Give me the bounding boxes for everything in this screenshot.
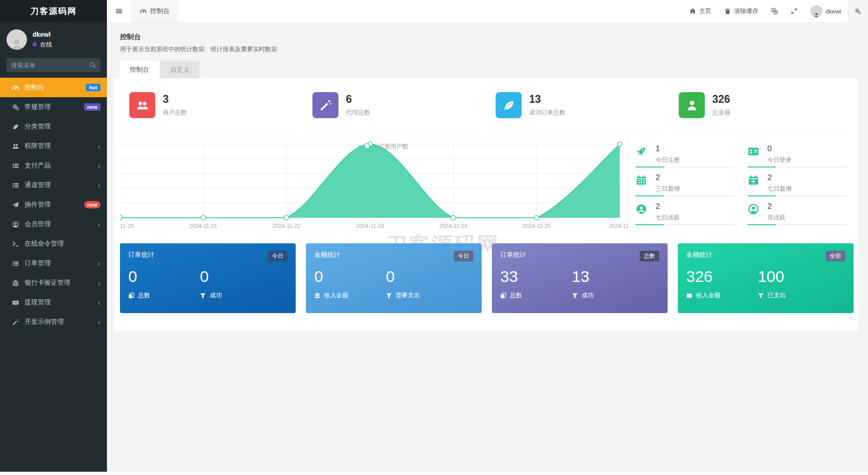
sidebar-item-general[interactable]: 常规管理 new: [0, 97, 107, 117]
sidebar-item-withdraw[interactable]: VISA 提现管理: [0, 293, 107, 312]
sidebar-item-bankcard[interactable]: 银行卡验证管理: [0, 273, 107, 293]
avatar[interactable]: [7, 29, 27, 50]
stat-success-orders: 13 成功订单总数: [489, 92, 661, 131]
stat-agents: 6 代理总数: [306, 92, 478, 131]
calendar-icon: [636, 174, 649, 196]
leaf-icon: [11, 123, 20, 130]
sidebar-item-label: 开发示例管理: [25, 318, 64, 326]
search-icon[interactable]: [90, 62, 96, 68]
hamburger-menu-icon[interactable]: [107, 7, 131, 15]
svg-text:2024-11-: 2024-11-: [609, 223, 628, 229]
image-icon: [686, 293, 692, 299]
copy-icon: [128, 293, 134, 299]
list-icon: [11, 182, 20, 189]
card-order-today: 订单统计 今日 0 0 总数 成功: [120, 243, 296, 313]
stats-row: 3 商户总数 6 代理总数 13 成功订单总数: [114, 78, 858, 131]
sidebar-item-auth[interactable]: 权限管理: [0, 136, 107, 156]
new-badge: new: [84, 201, 100, 208]
sidebar-item-label: 常规管理: [25, 103, 51, 111]
sidebar-item-label: 会员管理: [25, 220, 51, 228]
summary-cards: 订单统计 今日 0 0 总数 成功 金额统计 今日 0: [120, 243, 854, 313]
funnel-icon: [386, 293, 392, 299]
settings-button[interactable]: [848, 0, 868, 22]
svg-text:2024-11-21: 2024-11-21: [189, 223, 218, 229]
search-input[interactable]: [7, 58, 100, 72]
navbar-username: dkewl: [826, 8, 841, 15]
calendar-plus-icon: [748, 174, 762, 196]
sidebar-item-dashboard[interactable]: 控制台 hot: [0, 78, 107, 97]
home-icon: [689, 8, 696, 14]
card-value: 0: [386, 268, 457, 286]
fullscreen-button[interactable]: [784, 0, 804, 22]
sidebar-item-label: 订单管理: [25, 259, 51, 268]
card-amount-today: 金额统计 今日 0 0 收入金额 需要支出: [306, 243, 482, 313]
person-icon: [9, 37, 24, 50]
trash-icon: [724, 8, 731, 14]
visa-card-icon: VISA: [11, 299, 20, 306]
sidebar-item-pay-product[interactable]: 支付产品: [0, 156, 107, 175]
person-icon: [679, 92, 705, 118]
sidebar-item-command[interactable]: 在线命令管理: [0, 234, 107, 254]
stat-merchants: 3 商户总数: [123, 92, 295, 131]
mini-stat-month-active: 2 月活跃: [748, 196, 849, 225]
sidebar-menu: 控制台 hot 常规管理 new 分类管理 权限管理 支付产品 通道管理: [0, 78, 107, 332]
card-badge: 总数: [640, 251, 659, 261]
users-icon: [11, 143, 20, 150]
sidebar-item-label: 分类管理: [25, 122, 51, 131]
expand-icon: [791, 8, 797, 14]
list-icon: [11, 260, 20, 267]
card-order-total: 订单统计 总数 33 13 总数 成功: [492, 243, 668, 313]
stat-label: 代理总数: [346, 108, 370, 117]
sidebar-item-order[interactable]: 订单管理: [0, 254, 107, 273]
language-button[interactable]: [765, 0, 784, 22]
gears-icon: [855, 8, 861, 14]
user-menu[interactable]: dkewl: [804, 0, 848, 22]
translate-icon: [771, 8, 778, 14]
sidebar-item-dev-example[interactable]: 开发示例管理: [0, 312, 107, 332]
sidebar-item-category[interactable]: 分类管理: [0, 117, 107, 136]
page-header: 控制台 用于展示当前系统中的统计数据、统计报表及重要实时数据: [107, 22, 868, 54]
chevron-left-icon: [98, 299, 100, 307]
bank-icon: [11, 280, 20, 287]
registered-users-chart: 注册用户数11-202024-11-212024-11-222024-11-23…: [120, 139, 628, 236]
sidebar-item-member[interactable]: 会员管理: [0, 214, 107, 234]
sidebar-item-label: 插件管理: [25, 201, 51, 209]
tab-dashboard[interactable]: 控制台: [120, 61, 159, 78]
mini-label: 今日注册: [656, 156, 680, 164]
mini-label: 今日登录: [768, 156, 792, 164]
sidebar-item-label: 权限管理: [25, 142, 51, 150]
clear-cache-button[interactable]: 清除缓存: [718, 0, 765, 22]
mini-value: 2: [656, 173, 680, 182]
sidebar-item-label: 银行卡验证管理: [25, 279, 70, 287]
sidebar-item-label: 支付产品: [25, 161, 51, 170]
page-title: 控制台: [120, 33, 868, 41]
main-content: 控制台 用于展示当前系统中的统计数据、统计报表及重要实时数据 控制台 自定义 3…: [107, 22, 868, 475]
stat-value: 13: [529, 94, 565, 105]
card-title: 金额统计: [686, 251, 712, 259]
sidebar-item-label: 提现管理: [25, 298, 51, 307]
home-button[interactable]: 主页: [683, 0, 718, 22]
rocket-icon: [636, 146, 649, 167]
users-group-icon: [129, 92, 155, 118]
chevron-left-icon: [98, 318, 100, 326]
user-circle-icon: [11, 221, 20, 228]
mini-stats: 1 今日注册 0 今日登录 2 三日新增: [628, 139, 853, 236]
dashboard-panel: 3 商户总数 6 代理总数 13 成功订单总数: [114, 78, 858, 331]
tab-custom[interactable]: 自定义: [160, 61, 199, 78]
top-navbar: 控制台 主页 清除缓存 dkewl: [107, 0, 868, 23]
mini-value: 2: [768, 173, 792, 182]
stat-total-amount: 326 总金额: [672, 92, 844, 131]
bottom-strip: [0, 472, 868, 475]
navbar-tab-label: 控制台: [150, 7, 170, 15]
mini-stat-today-register: 1 今日注册: [636, 139, 737, 167]
mini-stat-3day-new: 2 三日新增: [636, 167, 737, 196]
chevron-left-icon: [98, 279, 100, 287]
status-label: 在线: [40, 40, 52, 49]
card-value: 13: [572, 268, 643, 286]
mini-value: 0: [768, 144, 792, 154]
navbar-tab-dashboard[interactable]: 控制台: [131, 0, 179, 22]
user-circle-icon: [636, 203, 649, 225]
sidebar-item-channel[interactable]: 通道管理: [0, 175, 107, 195]
card-amount-all: 金额统计 全部 326 100 收入金额 已支出: [678, 243, 854, 313]
sidebar-item-addon[interactable]: 插件管理 new: [0, 195, 107, 214]
